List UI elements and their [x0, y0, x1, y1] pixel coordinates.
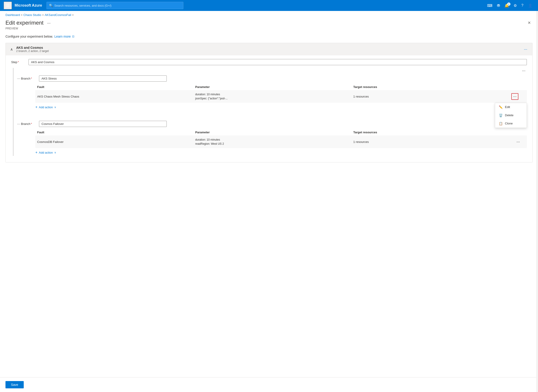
- fault-table-row-1: AKS Chaos Mesh Stress Chaos duration: 10…: [35, 90, 527, 103]
- fault-table-1: Fault Parameter Target resources AKS Cha…: [17, 84, 527, 111]
- scrollbar[interactable]: [536, 11, 538, 172]
- page-more-button[interactable]: ···: [46, 20, 52, 26]
- branch-1-input[interactable]: [39, 75, 167, 82]
- fault-param-1: duration: 10 minutesjsonSpec: {"action":…: [195, 92, 353, 101]
- fault-table-1-header: Fault Parameter Target resources: [35, 84, 527, 90]
- step-field-label: Step *: [11, 61, 25, 64]
- step-required-indicator: *: [18, 61, 19, 64]
- fault-table-2-header: Fault Parameter Target resources: [35, 129, 527, 135]
- step-card-header: ∧ AKS and Cosmos 2 branch, 2 action, 2 t…: [6, 43, 532, 55]
- edit-icon: ✏️: [499, 105, 503, 109]
- context-menu-delete-label: Delete: [505, 113, 514, 117]
- page-title: Edit experiment: [5, 20, 43, 26]
- content-area: Configure your experiment below. Learn m…: [0, 32, 538, 172]
- add-action-chevron-icon-2: ∨: [54, 151, 56, 154]
- breadcrumb-experiment[interactable]: AKSandCosmosFail: [45, 13, 71, 17]
- search-icon: 🔍: [49, 4, 53, 7]
- configure-text: Configure your experiment below. Learn m…: [5, 35, 533, 38]
- step-card: ∧ AKS and Cosmos 2 branch, 2 action, 2 t…: [5, 43, 533, 163]
- branches-container: ··· — Branch *: [13, 68, 527, 156]
- breadcrumb-sep-3: >: [72, 14, 74, 17]
- fault-col-fault-2: Fault: [37, 131, 195, 134]
- fault-target-1: 1 resources: [353, 95, 511, 98]
- add-action-button-1[interactable]: + Add action ∨: [35, 104, 56, 111]
- breadcrumb-dashboard[interactable]: Dashboard: [5, 13, 20, 17]
- page-subtitle: PREVIEW: [5, 27, 52, 30]
- learn-more-link[interactable]: Learn more: [55, 35, 71, 38]
- top-nav-icons: ⌨ ⛃ 🔔 2 ⚙ ? 👤: [485, 2, 534, 9]
- branch-2-more-row: ···: [17, 113, 527, 119]
- branch-2-label: Branch *: [21, 122, 32, 126]
- breadcrumb-sep-1: >: [21, 14, 23, 17]
- branch-2-input[interactable]: [39, 121, 167, 127]
- branch-1-line: —: [17, 77, 20, 80]
- branch-2: ··· — Branch *: [17, 113, 527, 156]
- context-menu-edit[interactable]: ✏️ Edit: [495, 103, 527, 111]
- add-action-plus-icon-2: +: [35, 150, 38, 154]
- branch-1-more-button[interactable]: ···: [521, 68, 527, 74]
- fault-col-actions-2: [511, 131, 525, 134]
- notifications-icon-btn[interactable]: 🔔 2: [503, 2, 511, 9]
- delete-icon: 🗑️: [499, 113, 503, 117]
- add-action-chevron-icon: ∨: [54, 106, 56, 109]
- fault-action-menu-button-2[interactable]: ···: [511, 139, 525, 145]
- step-collapse-button[interactable]: ∧: [9, 47, 14, 52]
- fault-col-param-2: Parameter: [195, 131, 353, 134]
- external-link-icon: ⊡: [72, 35, 74, 38]
- notification-badge: 2: [507, 3, 510, 6]
- step-field-row: Step *: [11, 59, 527, 65]
- context-menu-delete[interactable]: 🗑️ Delete: [495, 111, 527, 119]
- fault-param-2: duration: 10 minutesreadRegion: West US …: [195, 138, 353, 146]
- clone-icon: 📋: [499, 122, 503, 125]
- profile-icon-btn[interactable]: 👤: [526, 2, 534, 9]
- branch-1-label: Branch *: [21, 77, 32, 80]
- add-action-label-1: Add action: [39, 106, 53, 109]
- step-body: Step * ··· —: [6, 55, 532, 162]
- add-action-plus-icon: +: [35, 105, 38, 109]
- add-action-label-2: Add action: [39, 151, 53, 154]
- breadcrumb: Dashboard > Chaos Studio > AKSandCosmosF…: [0, 11, 538, 18]
- breadcrumb-chaos-studio[interactable]: Chaos Studio: [24, 13, 41, 17]
- breadcrumb-sep-2: >: [42, 14, 44, 17]
- terminal-icon-btn[interactable]: ⌨: [485, 2, 494, 9]
- fault-col-actions-1: [511, 85, 525, 89]
- page-header: Edit experiment ··· PREVIEW ×: [0, 18, 538, 32]
- feedback-icon-btn[interactable]: ⛃: [495, 2, 502, 9]
- search-input[interactable]: [54, 4, 181, 7]
- page-close-button[interactable]: ×: [526, 19, 533, 27]
- hamburger-menu[interactable]: ☰: [4, 2, 12, 9]
- top-nav: ☰ Microsoft Azure 🔍 ⌨ ⛃ 🔔 2 ⚙ ? 👤: [0, 0, 538, 11]
- app-title: Microsoft Azure: [14, 3, 42, 8]
- fault-name-2: CosmosDB Failover: [37, 140, 195, 144]
- search-bar: 🔍: [47, 2, 183, 9]
- settings-icon-btn[interactable]: ⚙: [512, 2, 519, 9]
- fault-action-menu-button-1[interactable]: ···: [511, 93, 518, 100]
- fault-target-2: 1 resources: [353, 140, 511, 144]
- branch-1-row: — Branch *: [17, 75, 527, 82]
- configure-label: Configure your experiment below.: [5, 35, 53, 38]
- step-card-subtitle: 2 branch, 2 action, 2 target: [16, 49, 49, 53]
- context-menu: ✏️ Edit 🗑️ Delete 📋: [495, 103, 527, 128]
- context-menu-edit-label: Edit: [505, 105, 510, 109]
- fault-col-target-1: Target resources: [353, 85, 511, 89]
- branch-2-line: —: [17, 122, 20, 126]
- help-icon-btn[interactable]: ?: [519, 2, 525, 9]
- add-action-button-2[interactable]: + Add action ∨: [35, 149, 56, 156]
- branch-1-more-row: ···: [17, 68, 527, 74]
- fault-col-param-1: Parameter: [195, 85, 353, 89]
- context-menu-clone[interactable]: 📋 Clone: [495, 119, 527, 128]
- fault-col-target-2: Target resources: [353, 131, 511, 134]
- step-card-more-button[interactable]: ···: [523, 47, 529, 52]
- branch-2-row: — Branch *: [17, 121, 527, 127]
- fault-table-2: Fault Parameter Target resources CosmosD…: [17, 129, 527, 156]
- fault-row-wrapper-1: AKS Chaos Mesh Stress Chaos duration: 10…: [35, 90, 527, 103]
- fault-name-1: AKS Chaos Mesh Stress Chaos: [37, 95, 195, 98]
- context-menu-clone-label: Clone: [505, 122, 513, 125]
- branch-1: ··· — Branch *: [17, 68, 527, 111]
- step-name-input[interactable]: [28, 59, 527, 65]
- step-card-title: AKS and Cosmos: [16, 46, 49, 49]
- fault-table-row-2: CosmosDB Failover duration: 10 minutesre…: [35, 135, 527, 148]
- fault-col-fault-1: Fault: [37, 85, 195, 89]
